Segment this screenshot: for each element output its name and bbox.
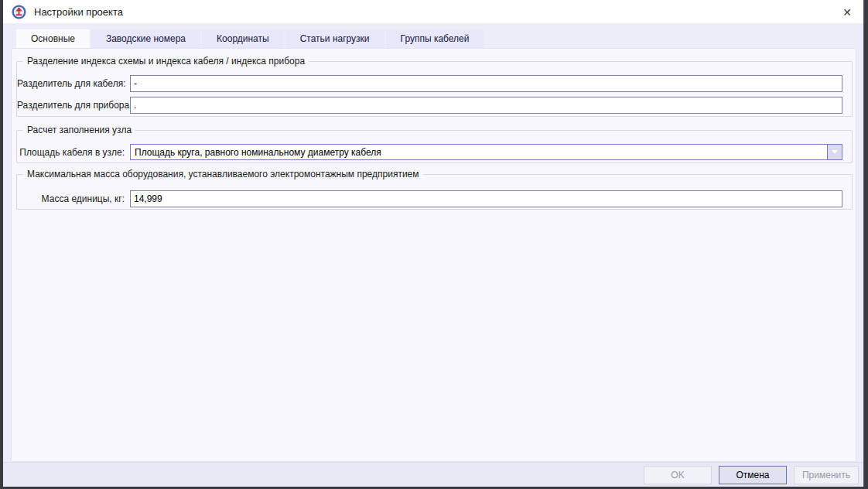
group-node-fill-calc: Расчет заполнения узла Площадь кабеля в …	[16, 130, 853, 163]
group-legend: Разделение индекса схемы и индекса кабел…	[23, 56, 309, 67]
project-settings-dialog: Настройки проекта ✕ Основные Заводские н…	[3, 0, 864, 487]
tab-osnovnye[interactable]: Основные	[16, 29, 90, 48]
settings-tabbar: Основные Заводские номера Координаты Ста…	[16, 29, 484, 48]
field-row: Разделитель для кабеля:	[17, 75, 852, 92]
apply-button[interactable]: Применить	[794, 466, 859, 484]
field-row: Масса единицы, кг:	[17, 190, 852, 207]
app-logo-icon	[12, 5, 26, 19]
group-max-equipment-mass: Максимальная масса оборудования, устанав…	[16, 174, 853, 210]
tab-panel-general: Разделение индекса схемы и индекса кабел…	[11, 48, 856, 462]
ok-button[interactable]: OK	[644, 466, 712, 484]
field-row: Разделитель для прибора:	[17, 97, 852, 114]
chevron-down-icon[interactable]	[827, 145, 842, 159]
tab-gruppy-kabelei[interactable]: Группы кабелей	[386, 29, 484, 48]
unit-mass-label: Масса единицы, кг:	[17, 193, 130, 204]
page-title: Настройки проекта	[34, 6, 123, 18]
cancel-button[interactable]: Отмена	[719, 466, 787, 484]
tab-zavodskie-nomera[interactable]: Заводские номера	[91, 29, 200, 48]
cable-separator-input[interactable]	[130, 75, 842, 92]
device-separator-label: Разделитель для прибора:	[17, 100, 130, 111]
unit-mass-input[interactable]	[130, 190, 842, 207]
group-legend: Максимальная масса оборудования, устанав…	[23, 169, 423, 180]
close-icon[interactable]: ✕	[840, 5, 854, 19]
group-legend: Расчет заполнения узла	[23, 125, 135, 135]
tab-koordinaty[interactable]: Координаты	[202, 29, 284, 48]
cable-separator-label: Разделитель для кабеля:	[17, 78, 130, 89]
cable-area-select[interactable]: Площадь круга, равного номинальному диам…	[130, 144, 842, 160]
cable-area-label: Площадь кабеля в узле:	[17, 147, 130, 158]
cable-area-selected-value: Площадь круга, равного номинальному диам…	[131, 145, 827, 159]
titlebar: Настройки проекта ✕	[3, 0, 863, 23]
chevron-down-glyph	[832, 150, 838, 154]
group-index-separation: Разделение индекса схемы и индекса кабел…	[16, 61, 853, 117]
dialog-button-bar: OK Отмена Применить	[3, 462, 863, 487]
tab-stati-nagruzki[interactable]: Статьи нагрузки	[285, 29, 384, 48]
field-row: Площадь кабеля в узле: Площадь круга, ра…	[17, 144, 852, 160]
device-separator-input[interactable]	[130, 97, 842, 114]
